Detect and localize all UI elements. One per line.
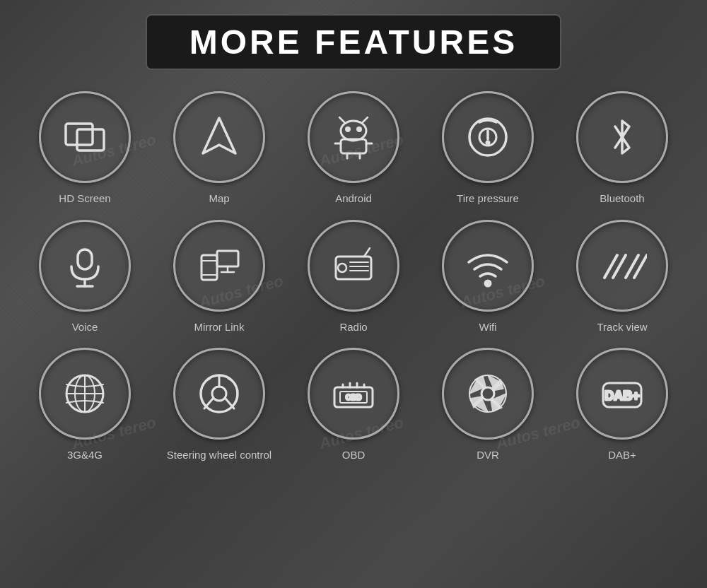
svg-text:DAB+: DAB+ xyxy=(604,389,640,403)
feature-track-view: Track view xyxy=(559,220,686,334)
3g4g-label: 3G&4G xyxy=(67,448,103,462)
steering-wheel-label: Steering wheel control xyxy=(167,448,271,462)
svg-point-3 xyxy=(341,121,366,141)
features-grid: HD Screen Map xyxy=(21,91,686,462)
dab-plus-label: DAB+ xyxy=(608,448,636,462)
voice-icon xyxy=(39,220,131,312)
title-box: MORE FEATURES xyxy=(146,14,561,70)
feature-hd-screen: HD Screen xyxy=(21,91,148,206)
hd-screen-label: HD Screen xyxy=(59,192,110,206)
obd-label: OBD xyxy=(342,448,366,462)
svg-rect-24 xyxy=(217,251,238,266)
feature-steering-wheel: Steering wheel control xyxy=(156,348,283,462)
steering-wheel-icon xyxy=(173,348,265,440)
svg-line-7 xyxy=(363,117,368,122)
track-view-icon xyxy=(576,220,668,312)
tire-pressure-label: Tire pressure xyxy=(457,192,519,206)
feature-android: Android xyxy=(290,91,417,206)
feature-radio: Radio xyxy=(290,220,417,334)
bluetooth-icon xyxy=(576,91,668,183)
svg-rect-21 xyxy=(201,255,217,280)
svg-marker-2 xyxy=(203,118,235,153)
3g4g-icon xyxy=(39,348,131,440)
dab-plus-icon: DAB+ xyxy=(576,348,668,440)
tire-pressure-icon xyxy=(442,91,534,183)
svg-rect-27 xyxy=(336,257,371,279)
track-view-label: Track view xyxy=(597,320,647,334)
wifi-icon xyxy=(442,220,534,312)
svg-line-6 xyxy=(339,117,344,122)
feature-voice: Voice xyxy=(21,220,148,334)
dvr-label: DVR xyxy=(477,448,499,462)
feature-dab-plus: DAB+ DAB+ xyxy=(559,348,686,462)
feature-3g4g: 3G&4G xyxy=(21,348,148,462)
svg-rect-1 xyxy=(77,129,104,151)
android-label: Android xyxy=(335,192,372,206)
feature-bluetooth: Bluetooth xyxy=(559,91,686,206)
svg-point-4 xyxy=(346,128,350,131)
svg-line-42 xyxy=(226,399,234,408)
radio-icon xyxy=(308,220,399,312)
svg-point-33 xyxy=(485,281,491,286)
voice-label: Voice xyxy=(72,320,98,334)
feature-obd: OBD OBD xyxy=(290,348,417,462)
svg-point-17 xyxy=(621,136,623,138)
svg-line-32 xyxy=(364,248,370,257)
svg-point-31 xyxy=(338,264,346,272)
feature-wifi: Wifi xyxy=(424,220,551,334)
svg-point-5 xyxy=(358,128,361,131)
page-title: MORE FEATURES xyxy=(189,23,518,61)
wifi-label: Wifi xyxy=(479,320,497,334)
mirror-link-label: Mirror Link xyxy=(194,320,245,334)
bluetooth-label: Bluetooth xyxy=(600,192,644,206)
obd-icon: OBD xyxy=(308,348,399,440)
feature-map: Map xyxy=(156,91,283,206)
dvr-icon xyxy=(442,348,534,440)
svg-rect-0 xyxy=(66,124,93,145)
map-label: Map xyxy=(209,192,229,206)
map-icon xyxy=(173,91,265,183)
svg-point-39 xyxy=(212,387,226,401)
feature-dvr: DVR xyxy=(424,348,551,462)
hd-screen-icon xyxy=(39,91,131,183)
feature-tire-pressure: Tire pressure xyxy=(424,91,551,206)
svg-point-16 xyxy=(486,141,489,144)
mirror-link-icon xyxy=(173,220,265,312)
svg-rect-18 xyxy=(78,249,92,269)
radio-label: Radio xyxy=(339,320,367,334)
svg-text:OBD: OBD xyxy=(346,394,361,401)
android-icon xyxy=(308,91,399,183)
feature-mirror-link: Mirror Link xyxy=(156,220,283,334)
svg-line-41 xyxy=(204,399,213,408)
